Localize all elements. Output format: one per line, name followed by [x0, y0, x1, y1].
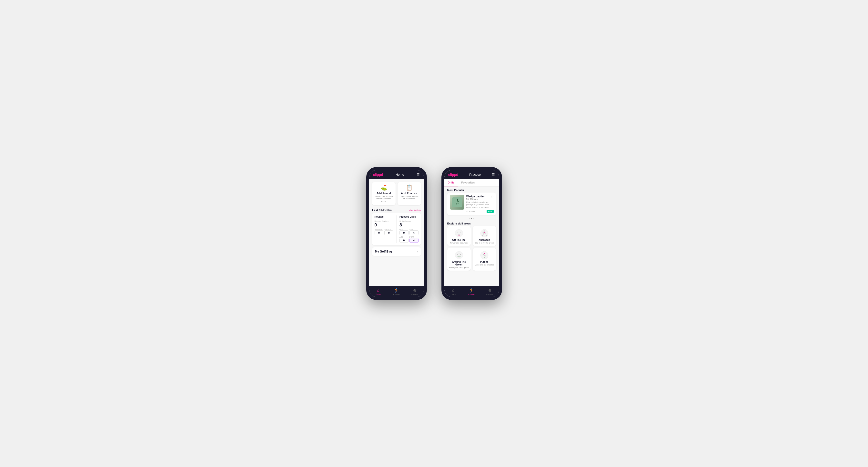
rounds-capture-label: Rounds Capture: [375, 220, 394, 222]
drills-capture-label: Drills Capture: [400, 220, 418, 222]
off-the-tee-name: Off The Tee: [452, 239, 465, 241]
add-round-icon: ⛳: [380, 184, 387, 191]
dot-2[interactable]: [471, 218, 472, 219]
capture-icon-phone2: ⊕: [488, 288, 492, 293]
golf-bag-row[interactable]: My Golf Bag ›: [372, 247, 421, 256]
app-value: 4: [409, 230, 418, 235]
skill-card-putting[interactable]: Putting Make and lag practice: [473, 248, 496, 271]
arg-value: 0: [400, 238, 408, 243]
menu-icon-phone2[interactable]: ☰: [492, 173, 495, 177]
golf-bag-chevron: ›: [417, 250, 418, 253]
putting-name: Putting: [480, 260, 488, 263]
featured-image: [450, 195, 464, 210]
bottom-nav-phone2: ⌂ Home 🏌 Activities ⊕ Capture: [444, 286, 499, 297]
last-3-months-label: Last 3 Months: [372, 209, 392, 212]
skill-card-approach[interactable]: Approach Dial-in to hit the green: [473, 226, 496, 246]
featured-distance: 50–100 yds: [466, 198, 485, 200]
content-phone2: Most Popular W: [444, 187, 499, 286]
nav-activities-label-phone2: Activities: [468, 293, 475, 295]
skill-card-off-the-tee[interactable]: Off The Tee Power and accuracy: [447, 226, 471, 246]
nav-activities-phone2[interactable]: 🏌 Activities: [462, 286, 481, 297]
dot-1[interactable]: [469, 218, 470, 219]
off-the-tee-icon: [455, 229, 463, 238]
home-icon-phone2: ⌂: [452, 288, 455, 292]
svg-point-25: [459, 257, 459, 258]
off-the-tee-desc: Power and accuracy: [450, 242, 468, 244]
golf-bag-label: My Golf Bag: [375, 250, 392, 253]
skill-areas-title: Explore skill areas: [444, 220, 499, 226]
app-stat: APP 4: [409, 229, 418, 235]
approach-name: Approach: [478, 239, 490, 241]
svg-point-20: [458, 256, 459, 257]
svg-point-21: [460, 256, 461, 257]
skill-grid: Off The Tee Power and accuracy: [444, 226, 499, 273]
svg-point-18: [486, 235, 487, 236]
tournament-stat: Tournament 0: [375, 229, 383, 235]
svg-point-15: [482, 235, 483, 236]
nav-activities-phone1[interactable]: 🏌 Activities: [387, 286, 406, 297]
drills-title: Practice Drills: [400, 215, 418, 219]
tournament-label: Tournament: [375, 229, 383, 230]
nav-capture-phone2[interactable]: ⊕ Capture: [481, 286, 499, 297]
ott-value: 0: [400, 230, 408, 235]
practice-stat: Practice 0: [384, 229, 393, 235]
ott-stat: OTT 0: [400, 229, 408, 235]
putting-desc: Make and lag practice: [475, 264, 494, 266]
dot-3[interactable]: [473, 218, 474, 219]
activities-icon-phone2: 🏌: [469, 288, 474, 293]
home-icon-phone1: ⌂: [377, 288, 379, 292]
putting-icon: [480, 251, 489, 259]
around-the-green-name: Around The Green: [449, 260, 469, 266]
arg-label: ARG: [400, 236, 408, 238]
featured-desc: Play 1 shot at each target yardage. If y…: [466, 201, 494, 209]
carousel-dots: [444, 217, 499, 220]
skill-card-around-the-green[interactable]: Around The Green Hone your short game: [447, 248, 471, 271]
shots-count: 9 shots: [469, 210, 475, 213]
stats-card: Rounds Rounds Capture 0 Tournament 0 Pra…: [372, 213, 421, 245]
putt-stat: PUTT 4: [409, 236, 418, 243]
add-round-title: Add Round: [376, 192, 391, 195]
nav-capture-phone1[interactable]: ⊕ Capture: [406, 286, 424, 297]
top-bar-phone2: clippd Practice ☰: [444, 170, 499, 179]
most-popular-title: Most Popular: [444, 187, 499, 192]
nav-activities-label-phone1: Activities: [393, 293, 400, 295]
page-title-phone2: Practice: [469, 173, 481, 177]
rounds-title: Rounds: [375, 215, 394, 219]
featured-info: Wedge Ladder 50–100 yds ☆ Play 1 shot at…: [466, 195, 494, 213]
drills-value: 8: [400, 222, 418, 228]
stats-header: Last 3 Months View Activity: [369, 207, 424, 213]
add-practice-card[interactable]: 📋 Add Practice Capture your practice off…: [398, 182, 421, 205]
view-activity-link[interactable]: View Activity: [409, 209, 421, 212]
add-round-card[interactable]: ⛳ Add Round Record your shots in fast or…: [372, 182, 396, 205]
svg-point-1: [457, 198, 458, 200]
shots-badge: ⏱ 9 shots: [466, 210, 475, 213]
around-the-green-icon: [455, 251, 463, 259]
logo-phone1: clippd: [373, 173, 383, 177]
ott-label: OTT: [400, 229, 408, 230]
svg-point-10: [459, 235, 460, 236]
tab-drills[interactable]: Drills: [444, 179, 458, 186]
nav-home-phone2[interactable]: ⌂ Home: [444, 286, 463, 297]
tournament-value: 0: [375, 230, 383, 235]
add-practice-icon: 📋: [406, 184, 412, 191]
phone-2: clippd Practice ☰ Drills Favourites Most…: [441, 167, 502, 300]
rounds-value: 0: [375, 222, 394, 228]
menu-icon-phone1[interactable]: ☰: [416, 173, 420, 177]
approach-icon: [480, 229, 489, 238]
nav-home-phone1[interactable]: ⌂ Home: [369, 286, 388, 297]
add-round-desc: Record your shots in fast or enhanced mo…: [374, 195, 394, 203]
practice-label: Practice: [384, 229, 393, 230]
rounds-col: Rounds Rounds Capture 0 Tournament 0 Pra…: [375, 215, 394, 243]
nav-capture-label-phone1: Capture: [411, 293, 418, 295]
logo-phone2: clippd: [448, 173, 458, 177]
top-bar-phone1: clippd Home ☰: [369, 170, 424, 179]
practice-value: 0: [384, 230, 393, 235]
clock-icon: ⏱: [466, 210, 468, 213]
star-icon[interactable]: ☆: [491, 195, 494, 198]
tab-favourites[interactable]: Favourites: [458, 179, 478, 186]
app-label: APP: [409, 229, 418, 230]
nav-home-label-phone2: Home: [451, 293, 456, 295]
featured-card[interactable]: Wedge Ladder 50–100 yds ☆ Play 1 shot at…: [447, 192, 496, 215]
putt-label: PUTT: [409, 236, 418, 238]
content-phone1: ⛳ Add Round Record your shots in fast or…: [369, 179, 424, 286]
